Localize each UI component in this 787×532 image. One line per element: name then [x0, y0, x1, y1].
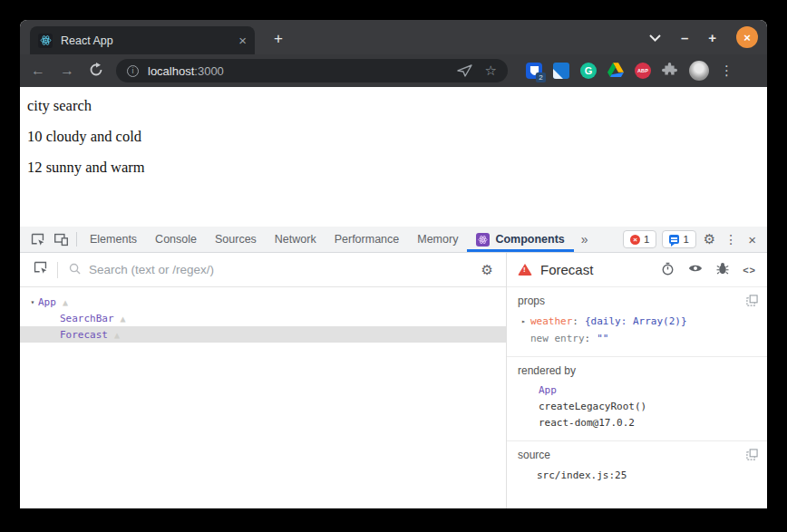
suspend-timer-icon[interactable] [661, 262, 675, 278]
component-tree-pane: Search (text or /regex/) ⚙ ▾ App ▲ Searc… [20, 253, 507, 508]
error-icon: × [630, 235, 640, 245]
screenshot-extension-icon[interactable] [553, 63, 569, 79]
react-devtools-panel: Search (text or /regex/) ⚙ ▾ App ▲ Searc… [20, 253, 767, 508]
search-icon [69, 262, 81, 278]
more-tabs-icon[interactable]: » [574, 232, 596, 247]
reload-icon[interactable] [89, 63, 103, 80]
inspect-element-icon[interactable] [25, 227, 49, 251]
page-line: 12 sunny and warm [27, 159, 760, 176]
owner-link-app[interactable]: App [518, 382, 756, 399]
debug-bug-icon[interactable] [716, 262, 729, 278]
bookmark-star-icon[interactable]: ☆ [485, 63, 497, 79]
browser-menu-icon[interactable]: ⋮ [720, 63, 734, 79]
expand-arrow-icon[interactable]: ▾ [27, 298, 38, 306]
tab-search-chevron-icon[interactable] [649, 29, 661, 45]
site-info-icon[interactable]: i [127, 65, 139, 77]
component-search-row: Search (text or /regex/) ⚙ [20, 253, 506, 287]
rdt-settings-icon[interactable]: ⚙ [481, 262, 493, 278]
error-count-badge[interactable]: × 1 [623, 230, 656, 248]
inspect-dom-eye-icon[interactable] [688, 263, 703, 276]
owner-renderer-version: react-dom@17.0.2 [518, 415, 756, 431]
warning-icon: ▲ [121, 314, 126, 324]
component-details-pane: Forecast <> props ▸ weather: {daily: Arr… [507, 253, 767, 508]
component-search-input[interactable]: Search (text or /regex/) [89, 263, 481, 276]
extensions-puzzle-icon[interactable] [662, 63, 678, 79]
grammarly-extension-icon[interactable]: G [580, 63, 597, 79]
view-source-icon[interactable]: <> [743, 265, 756, 276]
source-path: src/index.js:25 [518, 467, 756, 484]
page-line: 10 cloudy and cold [27, 128, 760, 145]
url-text[interactable]: localhost:3000 [148, 64, 224, 78]
select-element-icon[interactable] [33, 260, 48, 279]
prop-row-weather[interactable]: ▸ weather: {daily: Array(2)} [518, 313, 756, 330]
google-drive-extension-icon[interactable] [607, 63, 624, 79]
react-devtools-icon [476, 233, 490, 247]
tab-title: React App [61, 34, 238, 47]
tree-item-app[interactable]: ▾ App ▲ [20, 294, 506, 310]
warning-icon: ▲ [63, 297, 68, 307]
titlebar: React App × + – + × [20, 20, 767, 54]
forward-icon[interactable]: → [60, 63, 74, 78]
browser-toolbar: ← → i localhost:3000 ☆ 2 G ABP ⋮ [20, 54, 767, 87]
selected-component-title: Forecast [540, 262, 661, 277]
tab-close-icon[interactable]: × [238, 34, 247, 47]
devtools-tabbar: Elements Console Sources Network Perform… [20, 227, 767, 253]
tab-performance[interactable]: Performance [325, 227, 409, 252]
tab-elements[interactable]: Elements [81, 227, 146, 252]
issue-icon [669, 235, 679, 244]
rendered-by-label: rendered by [518, 364, 756, 377]
tree-item-searchbar[interactable]: SearchBar ▲ [20, 310, 506, 326]
page-line: city search [27, 97, 760, 114]
props-label: props [518, 295, 756, 307]
tab-components[interactable]: Components [467, 227, 573, 252]
component-header: Forecast <> [507, 253, 767, 287]
copy-props-icon[interactable] [746, 295, 758, 309]
react-favicon-icon [38, 34, 53, 48]
bitwarden-badge: 2 [536, 73, 546, 82]
issues-count-badge[interactable]: 1 [662, 230, 695, 248]
address-bar[interactable]: i localhost:3000 ☆ [116, 59, 508, 82]
props-section: props ▸ weather: {daily: Array(2)} new e… [507, 287, 767, 357]
window-close-button[interactable]: × [736, 26, 758, 48]
copy-source-icon[interactable] [746, 449, 758, 463]
warning-icon: ▲ [114, 330, 120, 340]
adblock-plus-extension-icon[interactable]: ABP [635, 63, 651, 79]
devtools-menu-icon[interactable]: ⋮ [719, 232, 743, 247]
device-toolbar-icon[interactable] [49, 227, 73, 251]
tab-network[interactable]: Network [266, 227, 325, 252]
devtools-close-icon[interactable]: × [746, 232, 762, 247]
tab-console[interactable]: Console [146, 227, 206, 252]
component-tree: ▾ App ▲ SearchBar ▲ Forecast ▲ [20, 287, 506, 343]
maximize-button[interactable]: + [708, 31, 716, 44]
browser-tab-react-app[interactable]: React App × [30, 26, 255, 54]
warning-red-icon [518, 264, 532, 276]
rendered-by-section: rendered by App createLegacyRoot() react… [507, 357, 767, 441]
tree-item-forecast[interactable]: Forecast ▲ [20, 326, 506, 343]
source-label: source [518, 449, 756, 461]
back-icon[interactable]: ← [31, 63, 45, 78]
profile-avatar[interactable] [689, 61, 709, 81]
tab-sources[interactable]: Sources [206, 227, 266, 252]
send-to-device-icon[interactable] [457, 64, 472, 77]
web-page-content: city search 10 cloudy and cold 12 sunny … [20, 87, 767, 227]
browser-window: React App × + – + × ← → i localhost:3000… [20, 20, 767, 508]
devtools-settings-icon[interactable]: ⚙ [704, 231, 715, 247]
tab-memory[interactable]: Memory [408, 227, 467, 252]
minimize-button[interactable]: – [681, 31, 688, 44]
bitwarden-extension-icon[interactable]: 2 [526, 63, 542, 79]
new-tab-button[interactable]: + [267, 27, 290, 51]
expand-prop-icon[interactable]: ▸ [521, 313, 530, 330]
owner-root: createLegacyRoot() [518, 399, 756, 415]
source-section: source src/index.js:25 [507, 441, 767, 493]
prop-row-new-entry[interactable]: new entry: "" [518, 330, 756, 347]
